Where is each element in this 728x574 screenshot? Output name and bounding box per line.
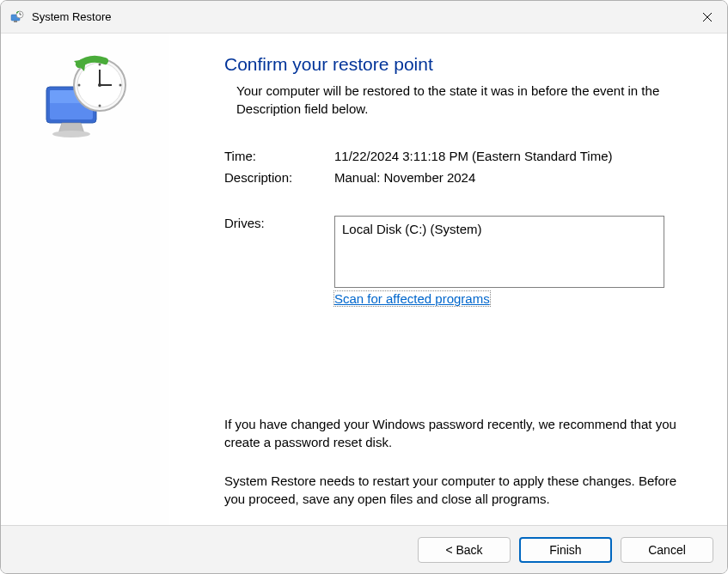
scan-affected-programs-link[interactable]: Scan for affected programs bbox=[334, 291, 490, 306]
description-row: Description: Manual: November 2024 bbox=[224, 170, 696, 185]
finish-button[interactable]: Finish bbox=[519, 537, 612, 563]
wizard-main-panel: Confirm your restore point Your computer… bbox=[169, 34, 727, 525]
svg-point-16 bbox=[119, 84, 122, 87]
svg-point-17 bbox=[99, 105, 101, 107]
page-subheading: Your computer will be restored to the st… bbox=[224, 82, 696, 118]
cancel-button[interactable]: Cancel bbox=[621, 537, 713, 563]
password-warning-text: If you have changed your Windows passwor… bbox=[224, 415, 696, 451]
svg-point-9 bbox=[52, 131, 90, 137]
back-button[interactable]: < Back bbox=[418, 537, 511, 563]
svg-rect-1 bbox=[14, 21, 17, 22]
system-restore-window: System Restore bbox=[0, 0, 728, 574]
time-row: Time: 11/22/2024 3:11:18 PM (Eastern Sta… bbox=[224, 149, 696, 163]
drives-label: Drives: bbox=[224, 216, 334, 288]
svg-point-18 bbox=[78, 84, 81, 87]
time-value: 11/22/2024 3:11:18 PM (Eastern Standard … bbox=[334, 149, 613, 163]
system-restore-icon bbox=[9, 9, 25, 25]
system-restore-large-icon bbox=[38, 52, 132, 147]
restart-warning-text: System Restore needs to restart your com… bbox=[224, 472, 696, 508]
time-label: Time: bbox=[224, 149, 334, 163]
description-label: Description: bbox=[224, 170, 334, 185]
drives-row: Drives: Local Disk (C:) (System) bbox=[224, 216, 696, 288]
description-value: Manual: November 2024 bbox=[334, 170, 475, 185]
titlebar: System Restore bbox=[1, 1, 727, 34]
drives-listbox[interactable]: Local Disk (C:) (System) bbox=[334, 216, 664, 288]
window-title: System Restore bbox=[32, 10, 111, 23]
svg-point-15 bbox=[99, 64, 101, 66]
content-area: Confirm your restore point Your computer… bbox=[1, 34, 727, 525]
close-button[interactable] bbox=[688, 1, 727, 34]
svg-point-14 bbox=[98, 83, 101, 87]
wizard-footer: < Back Finish Cancel bbox=[1, 525, 727, 573]
page-heading: Confirm your restore point bbox=[224, 54, 696, 75]
warning-block: If you have changed your Windows passwor… bbox=[224, 415, 696, 508]
drive-item: Local Disk (C:) (System) bbox=[342, 222, 482, 236]
wizard-sidebar bbox=[1, 34, 169, 525]
